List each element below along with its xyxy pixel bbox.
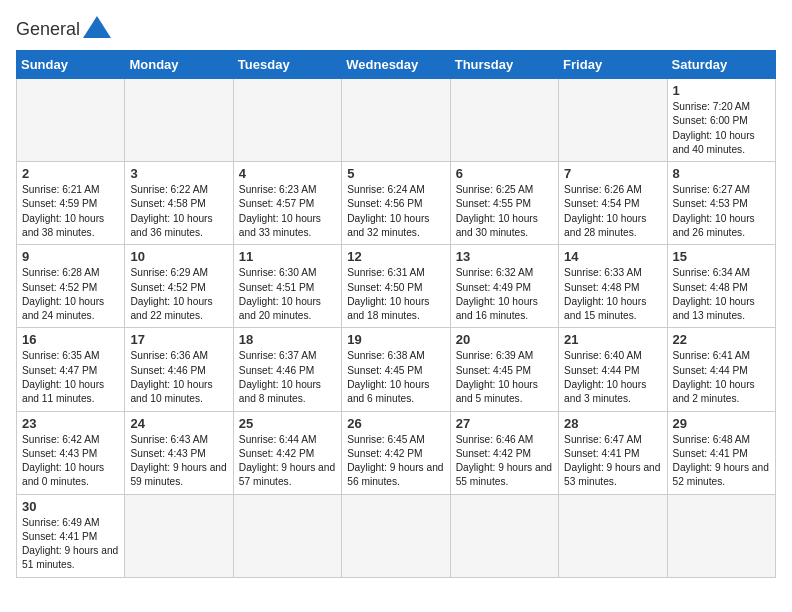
calendar-cell: 21Sunrise: 6:40 AM Sunset: 4:44 PM Dayli… bbox=[559, 328, 667, 411]
day-info: Sunrise: 7:20 AM Sunset: 6:00 PM Dayligh… bbox=[673, 100, 770, 157]
day-number: 30 bbox=[22, 499, 119, 514]
day-info: Sunrise: 6:45 AM Sunset: 4:42 PM Dayligh… bbox=[347, 433, 444, 490]
calendar-cell: 7Sunrise: 6:26 AM Sunset: 4:54 PM Daylig… bbox=[559, 162, 667, 245]
calendar-cell bbox=[667, 494, 775, 577]
day-info: Sunrise: 6:44 AM Sunset: 4:42 PM Dayligh… bbox=[239, 433, 336, 490]
col-header-monday: Monday bbox=[125, 51, 233, 79]
calendar-cell: 9Sunrise: 6:28 AM Sunset: 4:52 PM Daylig… bbox=[17, 245, 125, 328]
day-number: 8 bbox=[673, 166, 770, 181]
calendar-cell: 15Sunrise: 6:34 AM Sunset: 4:48 PM Dayli… bbox=[667, 245, 775, 328]
day-number: 11 bbox=[239, 249, 336, 264]
day-info: Sunrise: 6:23 AM Sunset: 4:57 PM Dayligh… bbox=[239, 183, 336, 240]
col-header-tuesday: Tuesday bbox=[233, 51, 341, 79]
calendar-cell: 28Sunrise: 6:47 AM Sunset: 4:41 PM Dayli… bbox=[559, 411, 667, 494]
svg-marker-0 bbox=[83, 16, 111, 38]
calendar-cell: 20Sunrise: 6:39 AM Sunset: 4:45 PM Dayli… bbox=[450, 328, 558, 411]
calendar-cell bbox=[125, 494, 233, 577]
calendar-cell: 6Sunrise: 6:25 AM Sunset: 4:55 PM Daylig… bbox=[450, 162, 558, 245]
day-info: Sunrise: 6:40 AM Sunset: 4:44 PM Dayligh… bbox=[564, 349, 661, 406]
calendar-cell bbox=[342, 79, 450, 162]
day-info: Sunrise: 6:21 AM Sunset: 4:59 PM Dayligh… bbox=[22, 183, 119, 240]
day-info: Sunrise: 6:29 AM Sunset: 4:52 PM Dayligh… bbox=[130, 266, 227, 323]
day-info: Sunrise: 6:46 AM Sunset: 4:42 PM Dayligh… bbox=[456, 433, 553, 490]
day-number: 19 bbox=[347, 332, 444, 347]
day-number: 28 bbox=[564, 416, 661, 431]
day-info: Sunrise: 6:49 AM Sunset: 4:41 PM Dayligh… bbox=[22, 516, 119, 573]
calendar-cell bbox=[125, 79, 233, 162]
day-info: Sunrise: 6:36 AM Sunset: 4:46 PM Dayligh… bbox=[130, 349, 227, 406]
day-info: Sunrise: 6:37 AM Sunset: 4:46 PM Dayligh… bbox=[239, 349, 336, 406]
calendar-cell: 10Sunrise: 6:29 AM Sunset: 4:52 PM Dayli… bbox=[125, 245, 233, 328]
day-number: 1 bbox=[673, 83, 770, 98]
calendar-cell: 3Sunrise: 6:22 AM Sunset: 4:58 PM Daylig… bbox=[125, 162, 233, 245]
day-info: Sunrise: 6:24 AM Sunset: 4:56 PM Dayligh… bbox=[347, 183, 444, 240]
calendar-week-row: 2Sunrise: 6:21 AM Sunset: 4:59 PM Daylig… bbox=[17, 162, 776, 245]
calendar-cell: 22Sunrise: 6:41 AM Sunset: 4:44 PM Dayli… bbox=[667, 328, 775, 411]
calendar-cell bbox=[233, 79, 341, 162]
day-number: 7 bbox=[564, 166, 661, 181]
col-header-friday: Friday bbox=[559, 51, 667, 79]
calendar-header-row: SundayMondayTuesdayWednesdayThursdayFrid… bbox=[17, 51, 776, 79]
calendar-cell: 26Sunrise: 6:45 AM Sunset: 4:42 PM Dayli… bbox=[342, 411, 450, 494]
calendar-week-row: 23Sunrise: 6:42 AM Sunset: 4:43 PM Dayli… bbox=[17, 411, 776, 494]
calendar-cell: 29Sunrise: 6:48 AM Sunset: 4:41 PM Dayli… bbox=[667, 411, 775, 494]
calendar-cell bbox=[559, 494, 667, 577]
day-number: 3 bbox=[130, 166, 227, 181]
calendar-cell: 2Sunrise: 6:21 AM Sunset: 4:59 PM Daylig… bbox=[17, 162, 125, 245]
calendar-cell: 18Sunrise: 6:37 AM Sunset: 4:46 PM Dayli… bbox=[233, 328, 341, 411]
day-number: 2 bbox=[22, 166, 119, 181]
calendar-week-row: 9Sunrise: 6:28 AM Sunset: 4:52 PM Daylig… bbox=[17, 245, 776, 328]
day-info: Sunrise: 6:33 AM Sunset: 4:48 PM Dayligh… bbox=[564, 266, 661, 323]
calendar-cell: 13Sunrise: 6:32 AM Sunset: 4:49 PM Dayli… bbox=[450, 245, 558, 328]
col-header-saturday: Saturday bbox=[667, 51, 775, 79]
day-info: Sunrise: 6:32 AM Sunset: 4:49 PM Dayligh… bbox=[456, 266, 553, 323]
calendar-cell: 11Sunrise: 6:30 AM Sunset: 4:51 PM Dayli… bbox=[233, 245, 341, 328]
calendar-cell: 23Sunrise: 6:42 AM Sunset: 4:43 PM Dayli… bbox=[17, 411, 125, 494]
calendar-week-row: 1Sunrise: 7:20 AM Sunset: 6:00 PM Daylig… bbox=[17, 79, 776, 162]
calendar-cell bbox=[450, 79, 558, 162]
calendar-cell: 27Sunrise: 6:46 AM Sunset: 4:42 PM Dayli… bbox=[450, 411, 558, 494]
day-info: Sunrise: 6:30 AM Sunset: 4:51 PM Dayligh… bbox=[239, 266, 336, 323]
day-number: 15 bbox=[673, 249, 770, 264]
col-header-thursday: Thursday bbox=[450, 51, 558, 79]
day-number: 10 bbox=[130, 249, 227, 264]
day-info: Sunrise: 6:27 AM Sunset: 4:53 PM Dayligh… bbox=[673, 183, 770, 240]
calendar-cell: 14Sunrise: 6:33 AM Sunset: 4:48 PM Dayli… bbox=[559, 245, 667, 328]
day-info: Sunrise: 6:22 AM Sunset: 4:58 PM Dayligh… bbox=[130, 183, 227, 240]
day-info: Sunrise: 6:48 AM Sunset: 4:41 PM Dayligh… bbox=[673, 433, 770, 490]
calendar-cell bbox=[559, 79, 667, 162]
logo-triangle-icon bbox=[83, 16, 111, 38]
calendar-cell bbox=[17, 79, 125, 162]
day-number: 13 bbox=[456, 249, 553, 264]
day-number: 26 bbox=[347, 416, 444, 431]
calendar-cell: 19Sunrise: 6:38 AM Sunset: 4:45 PM Dayli… bbox=[342, 328, 450, 411]
day-info: Sunrise: 6:25 AM Sunset: 4:55 PM Dayligh… bbox=[456, 183, 553, 240]
day-number: 20 bbox=[456, 332, 553, 347]
calendar-week-row: 30Sunrise: 6:49 AM Sunset: 4:41 PM Dayli… bbox=[17, 494, 776, 577]
day-info: Sunrise: 6:31 AM Sunset: 4:50 PM Dayligh… bbox=[347, 266, 444, 323]
day-number: 6 bbox=[456, 166, 553, 181]
calendar-cell bbox=[450, 494, 558, 577]
day-number: 12 bbox=[347, 249, 444, 264]
calendar-cell: 25Sunrise: 6:44 AM Sunset: 4:42 PM Dayli… bbox=[233, 411, 341, 494]
day-number: 23 bbox=[22, 416, 119, 431]
col-header-sunday: Sunday bbox=[17, 51, 125, 79]
day-number: 18 bbox=[239, 332, 336, 347]
logo-general-text: General bbox=[16, 19, 80, 40]
calendar-cell: 4Sunrise: 6:23 AM Sunset: 4:57 PM Daylig… bbox=[233, 162, 341, 245]
calendar-cell: 30Sunrise: 6:49 AM Sunset: 4:41 PM Dayli… bbox=[17, 494, 125, 577]
calendar-table: SundayMondayTuesdayWednesdayThursdayFrid… bbox=[16, 50, 776, 578]
calendar-week-row: 16Sunrise: 6:35 AM Sunset: 4:47 PM Dayli… bbox=[17, 328, 776, 411]
day-number: 9 bbox=[22, 249, 119, 264]
col-header-wednesday: Wednesday bbox=[342, 51, 450, 79]
day-number: 4 bbox=[239, 166, 336, 181]
day-info: Sunrise: 6:28 AM Sunset: 4:52 PM Dayligh… bbox=[22, 266, 119, 323]
day-info: Sunrise: 6:47 AM Sunset: 4:41 PM Dayligh… bbox=[564, 433, 661, 490]
day-info: Sunrise: 6:35 AM Sunset: 4:47 PM Dayligh… bbox=[22, 349, 119, 406]
day-info: Sunrise: 6:41 AM Sunset: 4:44 PM Dayligh… bbox=[673, 349, 770, 406]
day-number: 5 bbox=[347, 166, 444, 181]
day-number: 25 bbox=[239, 416, 336, 431]
day-number: 27 bbox=[456, 416, 553, 431]
calendar-cell: 12Sunrise: 6:31 AM Sunset: 4:50 PM Dayli… bbox=[342, 245, 450, 328]
day-info: Sunrise: 6:38 AM Sunset: 4:45 PM Dayligh… bbox=[347, 349, 444, 406]
